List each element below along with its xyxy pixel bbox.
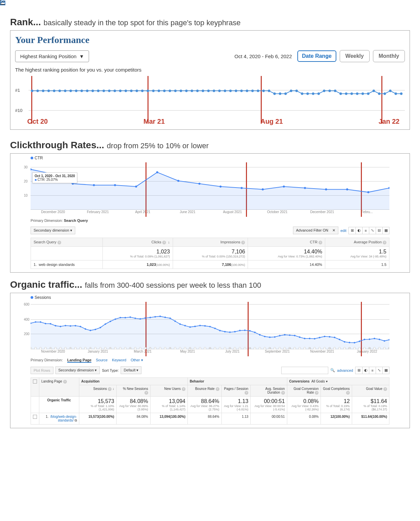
svg-point-198 [264,336,265,337]
dim-other[interactable]: Other ▾ [131,358,143,362]
svg-point-190 [244,347,246,349]
col-bounce[interactable]: Bounce Rate? [187,385,221,397]
svg-point-54 [295,90,298,92]
edit-link[interactable]: edit [340,229,346,233]
svg-point-100 [44,347,46,349]
svg-text:6: 6 [130,347,131,349]
svg-point-185 [234,331,236,332]
plot-rows-button[interactable]: Plot Rows [31,367,53,374]
svg-point-41 [224,90,226,92]
svg-rect-2 [0,1,5,5]
col-pages[interactable]: Pages / Session? [221,385,251,397]
adv-filter-badge[interactable]: Advanced Filter ON ✕ [293,227,338,234]
svg-point-221 [314,338,315,339]
svg-point-20 [108,90,111,92]
organic-primary-dim: Primary Dimension: Landing Page Source K… [10,355,410,365]
svg-point-153 [164,317,166,318]
col-ctr[interactable]: CTR? [248,238,325,247]
svg-point-79 [135,186,137,188]
col-query[interactable]: Search Query? [31,238,103,247]
svg-point-143 [139,347,141,349]
select-all-checkbox[interactable] [33,379,37,384]
svg-point-203 [274,336,276,337]
svg-point-6 [31,90,33,92]
sort-dropdown[interactable]: Default ▾ [121,366,141,374]
svg-point-137 [129,316,131,318]
svg-point-128 [110,321,111,322]
totals-row: Organic Traffic 15,573% of Total: 1.10% … [31,397,389,413]
ctr-primary-dim: Primary Dimension: Search Query [10,216,410,225]
svg-point-243 [364,339,365,340]
svg-point-16 [86,90,88,92]
col-landing[interactable]: Landing Page? [39,378,79,397]
svg-text:15: 15 [309,347,311,349]
svg-point-109 [65,347,67,349]
svg-point-37 [202,90,204,92]
monthly-toggle[interactable]: Monthly [373,50,405,62]
svg-point-78 [114,184,116,186]
svg-point-42 [229,90,232,92]
svg-point-47 [257,90,259,92]
rank-heading: Rank... basically steady in the top spot… [10,17,410,28]
col-pos[interactable]: Average Position? [325,238,389,247]
weekly-toggle[interactable]: Weekly [340,50,370,62]
svg-point-67 [367,92,369,95]
svg-point-235 [343,347,345,349]
svg-text:16: 16 [329,347,331,349]
totals-row: 1,023% of Total: 0.09% (1,091,627) 7,106… [31,247,389,260]
svg-point-204 [274,347,276,349]
col-goalval[interactable]: Goal Value? [352,385,389,397]
open-link-icon[interactable]: ⧉ [75,418,77,422]
table-row[interactable]: 1. web design standards 1,023(100.00%) 7… [31,260,389,269]
advanced-link[interactable]: advanced [337,368,353,372]
svg-point-66 [362,92,364,95]
dim-landing[interactable]: Landing Page [67,358,91,363]
svg-text:2: 2 [50,347,51,349]
col-newusers[interactable]: New Users? [150,385,187,397]
svg-point-126 [104,323,106,325]
svg-text:13: 13 [269,347,271,349]
svg-point-56 [306,92,309,95]
col-goalrate[interactable]: Goal Conversion Rate? [287,385,321,397]
svg-point-162 [184,325,186,326]
ranking-dropdown[interactable]: Highest Ranking Position ▼ [15,50,89,62]
svg-point-29 [158,90,160,92]
svg-point-65 [356,92,358,95]
col-clicks[interactable]: Clicks? ↓ [103,238,173,247]
svg-point-135 [125,317,126,318]
col-impr[interactable]: Impressions? [173,238,248,247]
compare-icon: ⤡ [369,227,376,234]
table-row[interactable]: 1. /blog/web-design-standards/ ⧉ 15,573(… [31,413,389,425]
svg-point-123 [94,347,96,349]
dim-source[interactable]: Source [96,358,108,362]
svg-point-244 [364,347,366,349]
svg-point-231 [334,347,336,349]
date-range-button[interactable]: Date Range [297,50,336,62]
svg-point-104 [55,325,56,326]
svg-point-52 [284,92,287,95]
ctr-chart: 30 20 10 Oct 1, 2020 - Oct 31, 2020 ■ CT… [31,162,389,209]
svg-point-95 [35,321,36,323]
col-newsess[interactable]: % New Sessions? [116,385,150,397]
svg-point-160 [179,323,181,325]
dim-keyword[interactable]: Keyword [112,358,126,362]
search-icon[interactable]: 🔍 [330,368,335,372]
view-icons[interactable]: ⊞◐≡⤡⊟▦ [348,227,389,234]
view-icons[interactable]: ⊞◐≡⤡▦ [355,367,389,374]
search-input[interactable] [281,367,328,374]
svg-point-216 [304,338,305,339]
secondary-dim-dropdown[interactable]: Secondary dimension ▾ [55,366,100,374]
svg-point-171 [204,325,206,326]
svg-text:8: 8 [170,347,171,349]
goals-dropdown[interactable]: All Goals ▾ [311,379,328,383]
svg-point-223 [319,337,320,338]
secondary-dim-dropdown[interactable]: Secondary dimension ▾ [31,227,75,234]
col-sessions[interactable]: Sessions? ↓ [79,385,116,397]
svg-point-34 [185,90,187,92]
col-goalcomp[interactable]: Goal Completions? [321,385,352,397]
svg-point-113 [75,325,76,326]
col-duration[interactable]: Avg. Session Duration? [251,385,287,397]
svg-point-194 [254,332,255,333]
row-checkbox[interactable] [33,415,37,419]
rank-panel: Your Performance Highest Ranking Positio… [10,30,410,130]
